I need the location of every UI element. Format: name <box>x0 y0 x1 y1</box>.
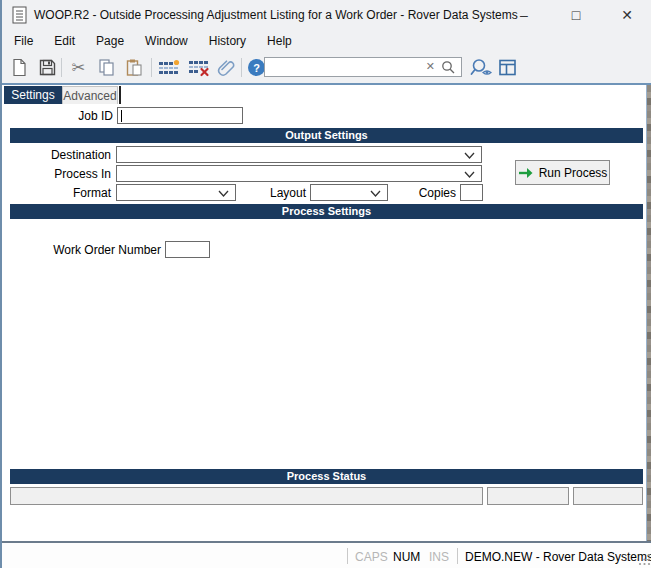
toolbar-separator <box>241 58 242 77</box>
toolbar: ✂ ? <box>2 52 651 83</box>
cut-icon[interactable]: ✂ <box>69 58 88 77</box>
toolbar-separator <box>61 58 62 77</box>
run-arrow-icon <box>518 167 533 179</box>
resize-grip[interactable] <box>638 553 651 566</box>
tab-strip-end <box>119 86 121 104</box>
work-order-input[interactable] <box>165 241 210 258</box>
delete-record-icon[interactable] <box>188 58 210 77</box>
run-process-button[interactable]: Run Process <box>515 160 610 185</box>
ins-indicator: INS <box>429 550 449 564</box>
format-select[interactable] <box>116 184 236 201</box>
svg-text:?: ? <box>253 62 260 74</box>
work-order-label: Work Order Number <box>53 243 161 257</box>
desktop-background-strip <box>647 85 651 541</box>
maximize-button[interactable]: □ <box>559 2 593 28</box>
caps-indicator: CAPS <box>355 550 388 564</box>
menu-help[interactable]: Help <box>258 31 301 51</box>
tab-advanced[interactable]: Advanced <box>62 86 118 104</box>
process-status-message <box>10 487 483 505</box>
job-id-input[interactable] <box>117 107 243 124</box>
statusbar-separator <box>347 548 348 564</box>
menu-page[interactable]: Page <box>87 31 133 51</box>
new-document-icon[interactable] <box>10 58 29 77</box>
job-id-label: Job ID <box>78 109 113 123</box>
process-in-select[interactable] <box>116 165 482 182</box>
window-title: WOOP.R2 - Outside Processing Adjustment … <box>34 8 518 22</box>
minimize-button[interactable]: – <box>507 2 541 28</box>
search-icon[interactable] <box>441 60 455 74</box>
attachment-icon[interactable] <box>217 58 236 77</box>
run-process-label: Run Process <box>539 166 608 180</box>
layout-select[interactable] <box>310 184 388 201</box>
title-bar: WOOP.R2 - Outside Processing Adjustment … <box>2 0 651 30</box>
text-caret <box>121 110 122 122</box>
session-context: DEMO.NEW - Rover Data Systems <box>465 550 651 564</box>
copy-icon[interactable] <box>97 58 116 77</box>
format-label: Format <box>73 186 111 200</box>
menu-bar: File Edit Page Window History Help <box>2 30 651 52</box>
menu-window[interactable]: Window <box>136 31 197 51</box>
toolbar-separator <box>151 58 152 77</box>
window-layout-icon[interactable] <box>498 58 517 77</box>
menu-file[interactable]: File <box>5 31 42 51</box>
process-status-field-2 <box>487 487 569 505</box>
process-status-field-3 <box>573 487 643 505</box>
output-settings-header: Output Settings <box>10 128 643 143</box>
form-area: Settings Advanced Job ID Output Settings… <box>2 85 647 541</box>
close-button[interactable]: ✕ <box>610 2 644 28</box>
process-status-header: Process Status <box>10 469 643 484</box>
copies-input[interactable] <box>460 184 483 201</box>
status-bar: CAPS NUM INS DEMO.NEW - Rover Data Syste… <box>2 541 651 568</box>
tab-settings[interactable]: Settings <box>4 86 62 104</box>
menu-edit[interactable]: Edit <box>45 31 84 51</box>
process-settings-header: Process Settings <box>10 204 643 219</box>
find-view-icon[interactable] <box>470 58 494 77</box>
num-indicator: NUM <box>393 550 420 564</box>
app-icon <box>12 6 27 24</box>
toolbar-search: ✕ <box>264 57 462 77</box>
paste-icon[interactable] <box>125 58 144 77</box>
add-record-icon[interactable] <box>158 58 180 77</box>
layout-label: Layout <box>270 186 306 200</box>
save-icon[interactable] <box>38 58 57 77</box>
process-in-label: Process In <box>54 167 111 181</box>
menu-history[interactable]: History <box>200 31 255 51</box>
statusbar-separator <box>457 548 458 564</box>
destination-label: Destination <box>51 148 111 162</box>
search-input[interactable] <box>267 59 427 75</box>
search-clear-icon[interactable]: ✕ <box>426 60 435 73</box>
copies-label: Copies <box>419 186 456 200</box>
destination-select[interactable] <box>116 146 482 163</box>
